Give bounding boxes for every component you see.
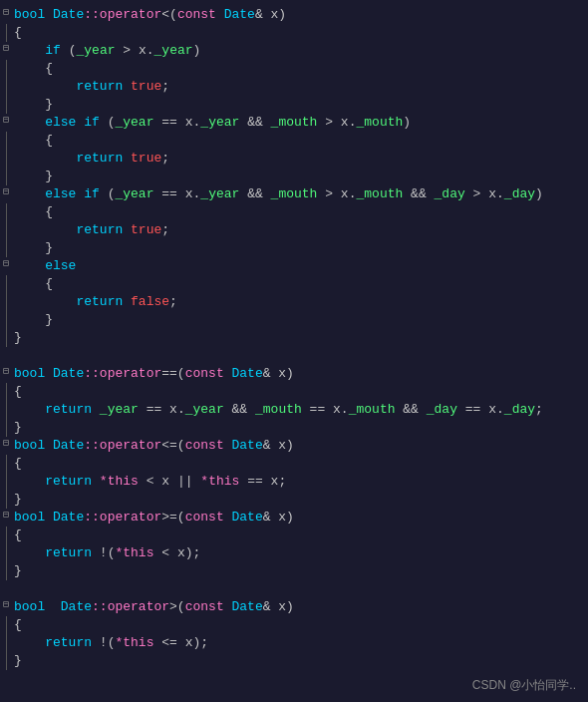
code-line: } xyxy=(0,562,588,580)
code-text: else if (_year == x._year && _mouth > x.… xyxy=(12,114,584,132)
code-text: return !(*this < x); xyxy=(12,544,584,562)
fold-button xyxy=(0,96,12,114)
code-line: ⊟ if (_year > x._year) xyxy=(0,42,588,60)
watermark: CSDN @小怡同学.. xyxy=(472,677,576,694)
code-line: ⊟bool Date::operator>(const Date& x) xyxy=(0,598,588,616)
code-text: bool Date::operator>=(const Date& x) xyxy=(12,509,584,526)
code-text: } xyxy=(12,329,584,347)
fold-button xyxy=(0,526,12,544)
code-line: { xyxy=(0,275,588,293)
fold-button xyxy=(0,168,12,185)
code-text: } xyxy=(12,239,584,257)
code-line: return true; xyxy=(0,78,588,96)
code-text: return _year == x._year && _mouth == x._… xyxy=(12,401,584,419)
code-line xyxy=(0,580,588,598)
code-line: ⊟ else if (_year == x._year && _mouth > … xyxy=(0,114,588,132)
fold-button xyxy=(0,132,12,150)
fold-button[interactable]: ⊟ xyxy=(0,114,12,126)
code-line: return *this < x || *this == x; xyxy=(0,473,588,491)
fold-button xyxy=(0,544,12,562)
code-line: } xyxy=(0,419,588,437)
code-line: { xyxy=(0,60,588,78)
code-text: { xyxy=(12,616,584,634)
code-line: } xyxy=(0,168,588,185)
fold-button xyxy=(0,562,12,580)
code-text: bool Date::operator<(const Date& x) xyxy=(12,6,584,24)
fold-button[interactable]: ⊟ xyxy=(0,257,12,269)
code-line: ⊟bool Date::operator>=(const Date& x) xyxy=(0,509,588,526)
code-text: } xyxy=(12,419,584,437)
fold-button xyxy=(0,473,12,491)
fold-button xyxy=(0,239,12,257)
code-line: } xyxy=(0,239,588,257)
fold-button[interactable]: ⊟ xyxy=(0,185,12,197)
fold-button xyxy=(0,293,12,311)
code-line: } xyxy=(0,329,588,347)
fold-button xyxy=(0,616,12,634)
code-line xyxy=(0,347,588,365)
code-line: { xyxy=(0,455,588,473)
fold-button xyxy=(0,24,12,42)
code-text: } xyxy=(12,652,584,670)
code-line: } xyxy=(0,311,588,329)
code-line: { xyxy=(0,526,588,544)
code-line: ⊟bool Date::operator==(const Date& x) xyxy=(0,365,588,383)
code-text: bool Date::operator<=(const Date& x) xyxy=(12,437,584,455)
code-line: { xyxy=(0,132,588,150)
code-editor: ⊟bool Date::operator<(const Date& x){⊟ i… xyxy=(0,0,588,702)
code-line: return true; xyxy=(0,150,588,168)
code-line: { xyxy=(0,203,588,221)
code-text: { xyxy=(12,60,584,78)
code-text: { xyxy=(12,455,584,473)
fold-button xyxy=(0,275,12,293)
fold-button[interactable]: ⊟ xyxy=(0,598,12,610)
code-line: { xyxy=(0,24,588,42)
fold-button[interactable]: ⊟ xyxy=(0,365,12,377)
code-line: return !(*this < x); xyxy=(0,544,588,562)
code-text: { xyxy=(12,275,584,293)
code-text: { xyxy=(12,383,584,401)
fold-button xyxy=(0,221,12,239)
code-line: } xyxy=(0,652,588,670)
code-line: return true; xyxy=(0,221,588,239)
fold-button[interactable]: ⊟ xyxy=(0,509,12,521)
code-text: { xyxy=(12,24,584,42)
code-line: ⊟bool Date::operator<(const Date& x) xyxy=(0,6,588,24)
code-line: } xyxy=(0,491,588,509)
code-line: } xyxy=(0,96,588,114)
code-text: return true; xyxy=(12,150,584,168)
code-text: return true; xyxy=(12,221,584,239)
code-text: { xyxy=(12,203,584,221)
fold-button xyxy=(0,401,12,419)
fold-button xyxy=(0,383,12,401)
code-text: } xyxy=(12,96,584,114)
fold-button xyxy=(0,419,12,437)
fold-button[interactable]: ⊟ xyxy=(0,6,12,18)
fold-button[interactable]: ⊟ xyxy=(0,42,12,54)
fold-button xyxy=(0,60,12,78)
code-line: ⊟ else if (_year == x._year && _mouth > … xyxy=(0,185,588,203)
code-text: return *this < x || *this == x; xyxy=(12,473,584,491)
code-line: { xyxy=(0,616,588,634)
fold-button xyxy=(0,150,12,168)
code-text: if (_year > x._year) xyxy=(12,42,584,60)
code-text: } xyxy=(12,491,584,509)
code-line: ⊟ else xyxy=(0,257,588,275)
fold-button[interactable]: ⊟ xyxy=(0,437,12,449)
fold-button xyxy=(0,491,12,509)
fold-button xyxy=(0,311,12,329)
code-text: else if (_year == x._year && _mouth > x.… xyxy=(12,185,584,203)
code-text: } xyxy=(12,311,584,329)
code-text: bool Date::operator==(const Date& x) xyxy=(12,365,584,383)
code-line: return _year == x._year && _mouth == x._… xyxy=(0,401,588,419)
code-text: return !(*this <= x); xyxy=(12,634,584,652)
code-text: return false; xyxy=(12,293,584,311)
code-line: ⊟bool Date::operator<=(const Date& x) xyxy=(0,437,588,455)
fold-button xyxy=(0,78,12,96)
code-line: return !(*this <= x); xyxy=(0,634,588,652)
code-line: { xyxy=(0,383,588,401)
code-text: else xyxy=(12,257,584,275)
fold-button xyxy=(0,634,12,652)
code-text: { xyxy=(12,526,584,544)
fold-button xyxy=(0,203,12,221)
